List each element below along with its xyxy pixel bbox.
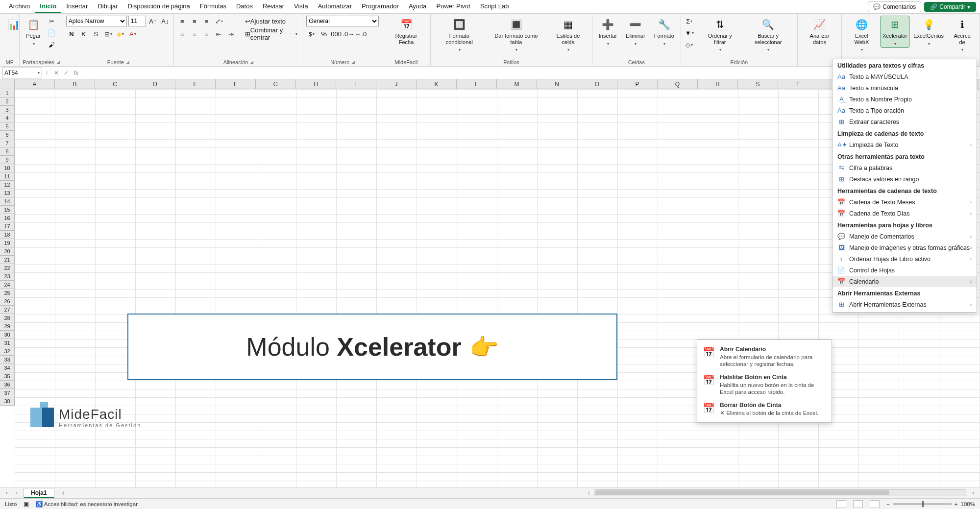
col-header-E[interactable]: E [175,79,216,89]
find-select-button[interactable]: 🔍Buscar y seleccionar [742,16,794,54]
name-box[interactable]: AT54▾ [2,68,42,78]
merge-center-button[interactable]: ⊞ Combinar y centrar [243,28,300,39]
view-layout-button[interactable] [853,500,863,508]
xcelerator-dropdown[interactable]: Utilidades para textos y cifrasAaTexto a… [832,59,977,313]
menu-revisar[interactable]: Revisar [258,0,289,13]
col-header-A[interactable]: A [15,79,55,89]
fill-color-button[interactable]: ◆ [115,28,126,39]
bold-button[interactable]: N [66,28,77,39]
align-top-button[interactable]: ≡ [177,16,188,26]
number-dialog-icon[interactable]: ◢ [351,60,355,65]
copy-button[interactable]: 📄 [46,27,57,38]
align-bottom-button[interactable]: ≡ [201,16,212,26]
col-header-J[interactable]: J [376,79,416,89]
row-header-38[interactable]: 38 [0,397,14,406]
row-header-14[interactable]: 14 [0,197,14,206]
col-header-M[interactable]: M [497,79,537,89]
row-header-30[interactable]: 30 [0,331,14,339]
format-painter-button[interactable]: 🖌 [46,39,57,50]
number-format-select[interactable]: General [306,16,379,26]
zoom-level[interactable]: 100% [961,501,975,507]
row-header-16[interactable]: 16 [0,214,14,222]
col-header-G[interactable]: G [256,79,296,89]
dropdown-item[interactable]: A✦Limpieza de Texto› [833,139,977,150]
decrease-font-button[interactable]: A↓ [160,16,171,26]
orientation-button[interactable]: ⤢ [214,16,224,26]
menu-dibujar[interactable]: Dibujar [93,0,122,13]
sheet-tab-hoja1[interactable]: Hoja1 [24,488,54,498]
align-dialog-icon[interactable]: ◢ [250,60,253,65]
dropdown-item[interactable]: ⇆Cifra a palabras [833,162,977,173]
conditional-format-button[interactable]: 🔲Formato condicional [434,16,485,54]
align-right-button[interactable]: ≡ [201,28,212,39]
format-table-button[interactable]: 🔳Dar formato como tabla [487,16,545,54]
about-button[interactable]: ℹAcerca de [948,16,977,54]
row-header-26[interactable]: 26 [0,297,14,306]
dropdown-item[interactable]: 🖼Manejo de imágenes y otras formas gráfi… [833,242,977,253]
analyze-data-button[interactable]: 📈Analizar datos [801,16,839,47]
dropdown-item[interactable]: 📅Cadena de Texto Días› [833,208,977,219]
fill-button[interactable]: ▼ [684,27,695,38]
align-center-button[interactable]: ≡ [189,28,200,39]
col-header-L[interactable]: L [457,79,497,89]
menu-ayuda[interactable]: Ayuda [404,0,432,13]
row-header-1[interactable]: 1 [0,89,14,97]
col-header-Q[interactable]: Q [658,79,698,89]
menu-vista[interactable]: Vista [289,0,313,13]
submenu-item[interactable]: 📅Habilitar Botón en CintaHabilita un nue… [697,371,832,399]
col-header-S[interactable]: S [738,79,778,89]
accept-formula-icon[interactable]: ✓ [62,70,71,76]
view-normal-button[interactable] [836,500,846,508]
col-header-P[interactable]: P [617,79,658,89]
submenu-item[interactable]: 📅Abrir CalendarioAbre el formulario de c… [697,343,832,371]
insert-cells-button[interactable]: ➕Insertar [595,16,620,48]
dropdown-item[interactable]: ⊞Destaca valores en rango [833,173,977,185]
add-sheet-button[interactable]: + [58,489,68,497]
menu-script-lab[interactable]: Script Lab [475,0,514,13]
menu-disposición-de-página[interactable]: Disposición de página [123,0,195,13]
fx-icon[interactable]: fx [72,70,80,76]
wrap-text-button[interactable]: ↩ Ajustar texto [243,16,288,26]
accessibility-status[interactable]: ♿ Accesibilidad: es necesario investigar [36,501,138,508]
select-all-corner[interactable] [0,79,15,89]
row-header-15[interactable]: 15 [0,206,14,214]
col-header-T[interactable]: T [778,79,818,89]
menu-programador[interactable]: Programador [357,0,404,13]
menu-fórmulas[interactable]: Fórmulas [195,0,231,13]
row-header-37[interactable]: 37 [0,389,14,397]
paste-button[interactable]: 📋Pegar [23,16,44,48]
row-header-18[interactable]: 18 [0,231,14,239]
view-pagebreak-button[interactable] [870,500,880,508]
xcelerator-button[interactable]: ⊞Xcelerator [881,16,910,48]
row-header-8[interactable]: 8 [0,147,14,156]
row-header-19[interactable]: 19 [0,239,14,247]
autosum-button[interactable]: Σ [684,16,695,26]
row-header-7[interactable]: 7 [0,139,14,147]
zoom-slider[interactable] [893,503,952,505]
col-header-D[interactable]: D [135,79,175,89]
row-header-11[interactable]: 11 [0,172,14,181]
align-middle-button[interactable]: ≡ [189,16,200,26]
row-header-21[interactable]: 21 [0,256,14,264]
horizontal-scrollbar[interactable] [594,489,966,496]
dropdown-item[interactable]: 📄Control de Hojas [833,265,977,276]
underline-button[interactable]: S [91,28,101,39]
delete-cells-button[interactable]: ➖Eliminar [622,16,649,48]
row-header-3[interactable]: 3 [0,106,14,114]
clear-button[interactable]: ◇ [684,39,695,50]
row-header-2[interactable]: 2 [0,97,14,106]
col-header-I[interactable]: I [336,79,376,89]
row-header-27[interactable]: 27 [0,306,14,314]
col-header-F[interactable]: F [216,79,256,89]
font-color-button[interactable]: A [127,28,138,39]
comments-button[interactable]: 💬 Comentarios [868,1,921,12]
cut-button[interactable]: ✂ [46,16,57,26]
indent-decrease-button[interactable]: ⇤ [214,28,224,39]
row-header-4[interactable]: 4 [0,114,14,122]
align-left-button[interactable]: ≡ [177,28,188,39]
menu-automatizar[interactable]: Automatizar [313,0,357,13]
row-header-5[interactable]: 5 [0,122,14,131]
tab-split-icon[interactable]: ⁞ [588,489,590,496]
row-header-34[interactable]: 34 [0,364,14,372]
row-header-13[interactable]: 13 [0,189,14,197]
